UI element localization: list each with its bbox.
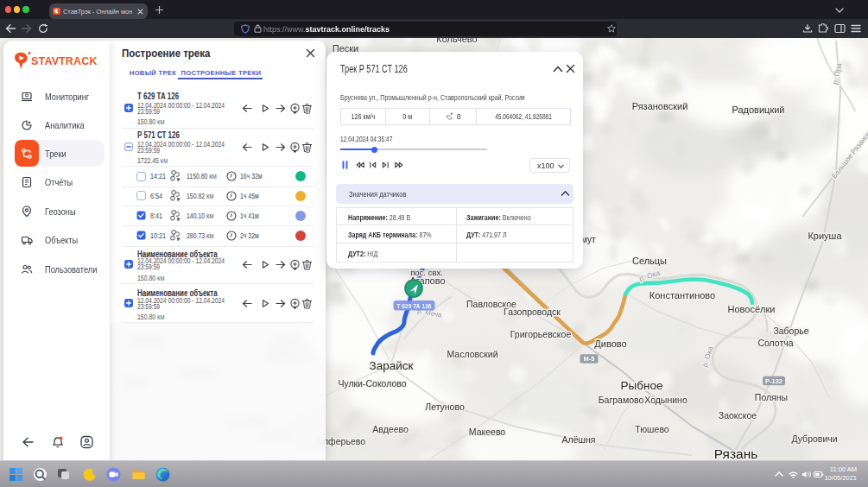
svg-text:Поляны: Поляны [755,392,788,402]
svg-text:Новосёлки: Новосёлки [728,304,776,314]
svg-text:Сельцы: Сельцы [632,256,667,266]
svg-text:Рязань: Рязань [714,446,758,461]
svg-text:Кольчево: Кольчево [436,38,477,44]
svg-text:Авдеево: Авдеево [372,424,409,434]
svg-text:Т 629 ТА 126: Т 629 ТА 126 [397,302,432,310]
svg-text:Ходынино: Ходынино [644,395,687,405]
svg-text:Газопроводск: Газопроводск [504,307,561,317]
svg-text:Константиново: Константиново [649,290,715,300]
svg-text:Рязановский: Рязановский [632,101,688,111]
svg-text:Зарайск: Зарайск [370,359,414,372]
svg-text:Рыбное: Рыбное [621,379,663,392]
svg-text:Криуша: Криуша [808,231,842,241]
svg-text:Радовицкий: Радовицкий [732,104,784,115]
svg-text:Тюшево: Тюшево [635,424,669,434]
svg-text:Дубровичи: Дубровичи [791,433,837,444]
svg-text:Заокское: Заокское [719,410,757,421]
svg-text:TRACK: TRACK [59,55,98,67]
svg-text:Солотча: Солотча [757,338,793,348]
svg-text:М-5: М-5 [584,355,595,363]
svg-text:Алёшня: Алёшня [562,434,596,445]
svg-text:Макеево: Макеево [469,427,506,437]
svg-text:Заборье: Заборье [773,326,808,336]
svg-text:Чулки-Соколово: Чулки-Соколово [338,378,406,389]
svg-text:Дивово: Дивово [594,338,626,349]
svg-text:Р-132: Р-132 [765,377,782,385]
svg-text:Баграмово: Баграмово [599,395,644,405]
svg-text:Масловский: Масловский [447,349,497,359]
svg-text:Григорьевское: Григорьевское [510,329,572,339]
svg-text:STAV: STAV [31,55,60,67]
svg-text:Летуново: Летуново [425,402,465,412]
